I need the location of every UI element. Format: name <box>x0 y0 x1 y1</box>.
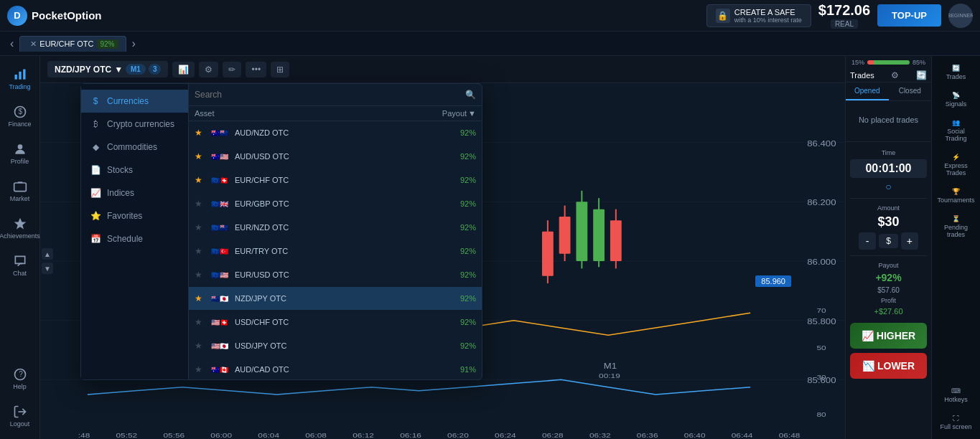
create-safe-label: CREATE A SAFE <box>734 8 802 16</box>
asset-row-10[interactable]: ★ 🇦🇺🇨🇦 AUD/CAD OTC 91% <box>189 358 482 379</box>
far-right-trades[interactable]: 🔄 Trades <box>935 60 978 85</box>
star-1[interactable]: ★ <box>195 151 206 161</box>
star-7[interactable]: ★ <box>195 293 206 303</box>
asset-payout-2: 92% <box>419 176 476 184</box>
svg-text:06:04: 06:04 <box>258 431 279 438</box>
user-avatar[interactable]: BEGINNER <box>948 4 973 28</box>
asset-row-4[interactable]: ★ 🇪🇺🇳🇿 EUR/NZD OTC 92% <box>189 216 482 240</box>
dropdown-cat-favorites[interactable]: ⭐ Favorites <box>81 204 188 227</box>
payout-bar-fill <box>867 60 910 65</box>
finance-icon: $ <box>13 105 27 119</box>
search-icon[interactable]: 🔍 <box>465 90 476 100</box>
topup-button[interactable]: TOP-UP <box>877 4 941 27</box>
sidebar-item-profile[interactable]: Profile <box>3 136 37 171</box>
sidebar-trading-label: Trading <box>9 83 30 90</box>
scroll-down-button[interactable]: ▼ <box>42 263 53 274</box>
draw-button[interactable]: ✏ <box>223 62 241 77</box>
trade-buttons: 📈 HIGHER 📉 LOWER <box>846 320 931 382</box>
far-right-pending[interactable]: ⏳ Pending trades <box>935 211 978 242</box>
tab-eur-chf[interactable]: ✕ EUR/CHF OTC 92% <box>19 36 126 52</box>
dropdown-cat-currencies[interactable]: $ Currencies <box>81 90 188 113</box>
achievements-icon <box>13 217 27 231</box>
asset-row-8[interactable]: ★ 🇺🇸🇨🇭 USD/CHF OTC 92% <box>189 311 482 334</box>
indicator-badge: 3 <box>149 64 162 75</box>
sidebar-item-chat[interactable]: Chat <box>3 248 37 283</box>
sidebar-item-trading[interactable]: Trading <box>3 62 37 96</box>
asset-name-3: EUR/GBP OTC <box>235 199 419 208</box>
asset-payout-6: 92% <box>419 270 476 279</box>
star-3[interactable]: ★ <box>195 199 206 209</box>
amount-minus-btn[interactable]: - <box>859 232 876 250</box>
far-right-tournaments[interactable]: 🏆 Tournaments <box>935 184 978 208</box>
divider-2 <box>850 198 927 199</box>
dropdown-cat-stocks[interactable]: 📄 Stocks <box>81 159 188 181</box>
stocks-icon: 📄 <box>90 164 101 176</box>
create-safe-button[interactable]: 🔒 CREATE A SAFE with a 10% interest rate <box>706 4 811 27</box>
dropdown-cat-crypto[interactable]: ₿ Crypto currencies <box>81 113 188 136</box>
star-6[interactable]: ★ <box>195 270 206 280</box>
settings-button[interactable]: ⚙ <box>199 62 218 77</box>
asset-row-3[interactable]: ★ 🇪🇺🇬🇧 EUR/GBP OTC 92% <box>189 192 482 216</box>
sidebar-chat-label: Chat <box>13 270 27 277</box>
favorites-icon: ⭐ <box>90 210 101 222</box>
layout-button[interactable]: ⊞ <box>271 62 289 77</box>
higher-button[interactable]: 📈 HIGHER <box>850 323 927 349</box>
more-button[interactable]: ••• <box>246 62 266 77</box>
asset-row-6[interactable]: ★ 🇪🇺🇺🇸 EUR/USD OTC 92% <box>189 263 482 287</box>
tab-opened[interactable]: Opened <box>846 82 889 100</box>
asset-name-9: USD/JPY OTC <box>235 341 419 350</box>
dropdown-cat-indices[interactable]: 📈 Indices <box>81 181 188 204</box>
star-2[interactable]: ★ <box>195 175 206 185</box>
flags-8: 🇺🇸🇨🇭 <box>209 316 230 329</box>
star-9[interactable]: ★ <box>195 341 206 351</box>
trades-refresh-icon[interactable]: 🔄 <box>916 70 927 80</box>
svg-text::48: :48 <box>78 431 90 438</box>
sidebar-item-logout[interactable]: Logout <box>3 399 37 433</box>
tab-nav-left[interactable]: ‹ <box>7 37 17 50</box>
trades-settings-icon[interactable]: ⚙ <box>891 70 899 80</box>
commodities-icon: ◆ <box>90 141 101 153</box>
scroll-up-button[interactable]: ▲ <box>42 248 53 260</box>
dropdown-cat-schedule[interactable]: 📅 Schedule <box>81 227 188 250</box>
far-right-social[interactable]: 👥 Social Trading <box>935 115 978 146</box>
tab-bar: ‹ ✕ EUR/CHF OTC 92% › <box>0 32 980 56</box>
far-right-express[interactable]: ⚡ Express Trades <box>935 149 978 181</box>
far-right-signals[interactable]: 📡 Signals <box>935 88 978 112</box>
sidebar-item-achievements[interactable]: Achievements <box>3 211 37 245</box>
star-10[interactable]: ★ <box>195 364 206 374</box>
star-4[interactable]: ★ <box>195 222 206 232</box>
asset-row-0[interactable]: ★ 🇦🇺🇳🇿 AUD/NZD OTC 92% <box>189 121 482 145</box>
svg-text:80: 80 <box>816 410 826 417</box>
asset-row-9[interactable]: ★ 🇺🇸🇯🇵 USD/JPY OTC 92% <box>189 334 482 358</box>
chart-type-button[interactable]: 📊 <box>172 62 195 77</box>
sidebar-item-help[interactable]: ? Help <box>3 362 37 396</box>
balance-type: REAL <box>831 19 858 29</box>
tab-nav-right[interactable]: › <box>129 37 139 50</box>
far-right-fullscreen[interactable]: ⛶ Full screen <box>935 410 978 435</box>
svg-point-5 <box>17 144 22 149</box>
asset-payout-3: 92% <box>419 199 476 208</box>
header-payout: Payout ▼ <box>419 109 476 118</box>
search-input[interactable] <box>195 90 461 100</box>
current-price-badge: 85.960 <box>755 275 791 287</box>
higher-chart-icon: 📈 <box>862 330 874 341</box>
asset-row-5[interactable]: ★ 🇪🇺🇹🇷 EUR/TRY OTC 92% <box>189 240 482 263</box>
far-right-hotkeys[interactable]: ⌨ Hotkeys <box>935 383 978 407</box>
star-0[interactable]: ★ <box>195 128 206 138</box>
asset-row-2[interactable]: ★ 🇪🇺🇨🇭 EUR/CHF OTC 92% <box>189 169 482 192</box>
dropdown-cat-commodities[interactable]: ◆ Commodities <box>81 136 188 159</box>
tab-closed[interactable]: Closed <box>889 82 932 100</box>
asset-selector[interactable]: NZD/JPY OTC ▼ M1 3 <box>47 61 168 77</box>
trades-tabs: Opened Closed <box>846 82 931 101</box>
amount-plus-btn[interactable]: + <box>901 232 918 250</box>
asset-row-7[interactable]: ★ 🇳🇿🇯🇵 NZD/JPY OTC 92% <box>189 287 482 311</box>
sidebar-item-market[interactable]: Market <box>3 174 37 208</box>
star-5[interactable]: ★ <box>195 246 206 256</box>
sidebar-item-finance[interactable]: $ Finance <box>3 99 37 133</box>
asset-row-1[interactable]: ★ 🇦🇺🇺🇸 AUD/USD OTC 92% <box>189 145 482 169</box>
star-8[interactable]: ★ <box>195 317 206 327</box>
lower-button[interactable]: 📉 LOWER <box>850 353 927 379</box>
trade-form: Time 00:01:00 ○ Amount $30 - $ + Payout … <box>846 145 931 320</box>
crypto-label: Crypto currencies <box>107 119 174 129</box>
tab-close[interactable]: ✕ <box>30 39 37 49</box>
